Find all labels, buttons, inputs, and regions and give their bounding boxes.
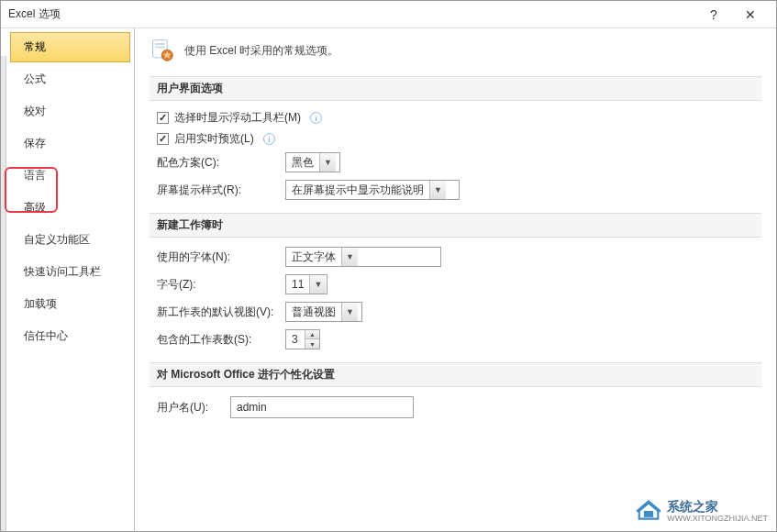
label-live-preview: 启用实时预览(L) [174,131,254,147]
sidebar-item-addins[interactable]: 加载项 [10,289,130,319]
section-personalize-title: 对 Microsoft Office 进行个性化设置 [150,362,761,387]
checkbox-live-preview[interactable] [157,133,169,145]
label-color-scheme: 配色方案(C): [157,155,285,171]
section-ui-title: 用户界面选项 [150,76,761,101]
help-button[interactable]: ? [695,2,732,28]
section-workbook-title: 新建工作簿时 [150,213,761,238]
sidebar-item-customize-ribbon[interactable]: 自定义功能区 [10,225,130,255]
label-default-view: 新工作表的默认视图(V): [157,305,285,320]
checkbox-mini-toolbar[interactable] [157,112,169,124]
page-header: 使用 Excel 时采用的常规选项。 [150,38,761,63]
options-dialog: Excel 选项 ? ✕ 常规 公式 校对 保存 语言 高级 自定义功能区 快速… [0,0,777,532]
label-font-size: 字号(Z): [157,277,285,293]
general-options-icon [150,38,175,63]
spinner-sheet-count[interactable]: 3 ▲ ▼ [285,329,320,349]
page-description: 使用 Excel 时采用的常规选项。 [184,43,339,59]
watermark-logo-icon [636,500,661,522]
sidebar-item-general[interactable]: 常规 [10,32,130,62]
dropdown-screentip[interactable]: 在屏幕提示中显示功能说明 ▼ [285,180,460,200]
chevron-down-icon: ▼ [341,248,358,266]
watermark: 系统之家 WWW.XITONGZHIJIA.NET [636,500,768,523]
sidebar-item-trust-center[interactable]: 信任中心 [10,321,130,351]
sidebar-item-qat[interactable]: 快速访问工具栏 [10,257,130,287]
label-font: 使用的字体(N): [157,249,285,265]
chevron-up-icon[interactable]: ▲ [305,330,319,339]
dropdown-font-size[interactable]: 11 ▼ [285,274,327,294]
label-sheet-count: 包含的工作表数(S): [157,332,285,348]
left-edge-strip [1,56,6,531]
window-title: Excel 选项 [8,6,695,22]
sidebar-item-advanced[interactable]: 高级 [10,193,130,223]
svg-rect-2 [155,47,165,49]
sidebar-item-save[interactable]: 保存 [10,128,130,159]
chevron-down-icon: ▼ [319,153,336,172]
info-icon[interactable] [310,112,322,124]
sidebar-item-language[interactable]: 语言 [10,161,130,191]
dropdown-color-scheme[interactable]: 黑色 ▼ [285,152,340,172]
sidebar-item-formulas[interactable]: 公式 [10,64,130,94]
input-username[interactable]: admin [230,396,414,418]
label-screentip: 屏幕提示样式(R): [157,183,285,198]
chevron-down-icon[interactable]: ▼ [305,339,319,349]
svg-rect-1 [155,43,165,45]
title-bar: Excel 选项 ? ✕ [1,1,776,28]
close-button[interactable]: ✕ [732,2,769,28]
sidebar-item-proofing[interactable]: 校对 [10,96,130,127]
label-username: 用户名(U): [157,400,230,416]
content-pane: 使用 Excel 时采用的常规选项。 用户界面选项 选择时显示浮动工具栏(M) … [135,28,776,531]
svg-rect-4 [644,511,653,517]
chevron-down-icon: ▼ [429,181,446,199]
chevron-down-icon: ▼ [341,303,358,321]
chevron-down-icon: ▼ [309,275,326,294]
watermark-name: 系统之家 [667,500,768,514]
sidebar: 常规 公式 校对 保存 语言 高级 自定义功能区 快速访问工具栏 加载项 信任中… [6,28,135,531]
watermark-url: WWW.XITONGZHIJIA.NET [667,514,768,523]
dropdown-default-view[interactable]: 普通视图 ▼ [285,302,362,322]
info-icon[interactable] [263,133,275,145]
label-mini-toolbar: 选择时显示浮动工具栏(M) [174,110,301,126]
dropdown-font[interactable]: 正文字体 ▼ [285,247,441,267]
